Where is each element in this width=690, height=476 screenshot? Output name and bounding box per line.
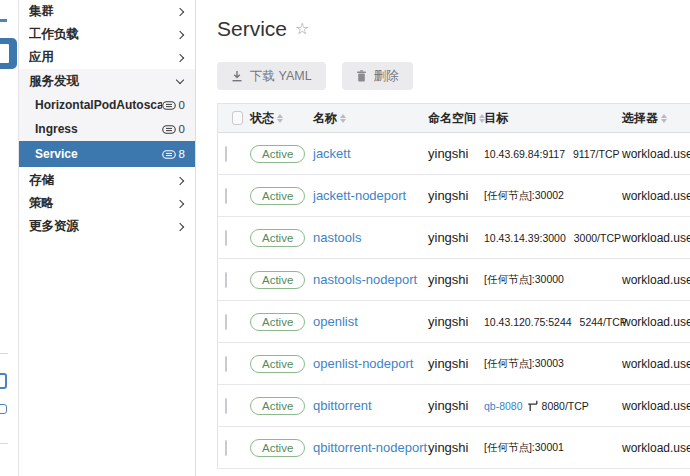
column-header-label: 名称 xyxy=(313,110,337,127)
namespace-cell: yingshi xyxy=(421,314,477,329)
service-name-link[interactable]: openlist xyxy=(313,314,358,329)
target-address: 10.43.69.84:9117 xyxy=(484,148,565,160)
rail-partial-icon-2[interactable] xyxy=(0,404,7,414)
row-checkbox[interactable] xyxy=(225,398,227,414)
delete-button[interactable]: 删除 xyxy=(342,62,413,90)
service-name-link[interactable]: nastools xyxy=(313,230,361,245)
table-row: Active nastools-nodeport yingshi [任何节点]:… xyxy=(218,259,690,301)
sidebar-item-policy[interactable]: 策略 xyxy=(19,192,195,215)
row-checkbox[interactable] xyxy=(225,314,227,330)
namespace-cell: yingshi xyxy=(421,230,477,245)
service-name-link[interactable]: jackett xyxy=(313,146,351,161)
resource-count: 8 xyxy=(162,148,185,160)
status-badge: Active xyxy=(250,229,305,247)
target-cell: [任何节点]:30001 xyxy=(477,441,615,455)
sidebar-item-label: 服务发现 xyxy=(29,73,177,90)
column-header-name[interactable]: 名称 xyxy=(306,110,421,127)
sidebar-item-label: 存储 xyxy=(29,172,177,189)
service-name-link[interactable]: nastools-nodeport xyxy=(313,272,417,287)
sidebar-item-horizontalpodautoscaler[interactable]: HorizontalPodAutoscaler 0 xyxy=(19,93,195,117)
sidebar-group-service-discovery: 服务发现 HorizontalPodAutoscaler 0 Ingress 0… xyxy=(19,69,195,167)
sidebar-item-apps[interactable]: 应用 xyxy=(19,46,195,69)
chevron-right-icon xyxy=(176,53,184,61)
selector-cell: workload.user.ca xyxy=(615,357,690,371)
row-checkbox[interactable] xyxy=(225,146,227,162)
target-port: 3000/TCP xyxy=(574,232,621,244)
target-cell: 10.43.14.39:3000 3000/TCP xyxy=(477,232,615,244)
table-header-row: 状态 名称 命名空间 目标 选择器 xyxy=(218,103,690,133)
table-row: Active jackett yingshi 10.43.69.84:9117 … xyxy=(218,133,690,175)
port-link-icon xyxy=(527,400,538,412)
resource-count-value: 0 xyxy=(179,99,185,111)
sidebar-item-label: Service xyxy=(35,147,162,161)
column-header-label: 选择器 xyxy=(622,110,658,127)
resource-count-value: 0 xyxy=(179,123,185,135)
target-address: [任何节点]:30000 xyxy=(484,273,564,287)
status-badge: Active xyxy=(250,313,305,331)
sidebar: 集群 工作负载 应用 服务发现 HorizontalPodAutoscaler … xyxy=(19,0,196,476)
sidebar-item-more-resources[interactable]: 更多资源 xyxy=(19,215,195,238)
row-checkbox[interactable] xyxy=(225,356,227,372)
rail-active-cluster-icon[interactable] xyxy=(0,38,17,69)
target-port-link[interactable]: qb-8080 xyxy=(484,400,523,412)
select-all-checkbox[interactable] xyxy=(232,111,243,125)
sidebar-item-cluster[interactable]: 集群 xyxy=(19,0,195,23)
target-cell: [任何节点]:30002 xyxy=(477,189,615,203)
column-header-namespace[interactable]: 命名空间 xyxy=(421,110,477,127)
target-address: 10.43.120.75:5244 xyxy=(484,316,572,328)
column-header-label: 状态 xyxy=(250,110,274,127)
sidebar-item-service[interactable]: Service 8 xyxy=(19,141,195,167)
sidebar-item-label: 策略 xyxy=(29,195,177,212)
delete-label: 删除 xyxy=(374,68,399,85)
sidebar-item-label: 应用 xyxy=(29,49,177,66)
chevron-right-icon xyxy=(176,7,184,15)
service-name-link[interactable]: qbittorrent xyxy=(313,398,372,413)
download-yaml-button[interactable]: 下载 YAML xyxy=(217,62,326,90)
column-header-selector[interactable]: 选择器 xyxy=(615,110,690,127)
sidebar-item-label: Ingress xyxy=(35,122,162,136)
status-badge: Active xyxy=(250,145,305,163)
service-name-link[interactable]: jackett-nodeport xyxy=(313,188,406,203)
counter-pill-icon xyxy=(162,125,176,134)
table-row: Active openlist-nodeport yingshi [任何节点]:… xyxy=(218,343,690,385)
target-address: [任何节点]:30001 xyxy=(484,441,564,455)
selector-cell: workload.user.ca xyxy=(615,273,690,287)
target-cell: 10.43.120.75:5244 5244/TCP xyxy=(477,316,615,328)
column-header-target[interactable]: 目标 xyxy=(477,110,615,127)
app-window: 集群 工作负载 应用 服务发现 HorizontalPodAutoscaler … xyxy=(0,0,690,476)
favorite-star-icon[interactable]: ☆ xyxy=(295,21,309,37)
row-checkbox[interactable] xyxy=(225,188,227,204)
row-checkbox[interactable] xyxy=(225,440,227,456)
main-content: Service ☆ 下载 YAML 删除 xyxy=(196,0,690,476)
service-name-link[interactable]: qbittorrent-nodeport xyxy=(313,440,427,455)
chevron-down-icon xyxy=(176,75,184,83)
column-header-label: 目标 xyxy=(484,110,508,127)
row-checkbox[interactable] xyxy=(225,272,227,288)
target-port: 8080/TCP xyxy=(542,400,589,412)
target-address: [任何节点]:30003 xyxy=(484,357,564,371)
sidebar-item-storage[interactable]: 存储 xyxy=(19,169,195,192)
trash-icon xyxy=(356,70,367,82)
rail-divider xyxy=(0,353,8,354)
sidebar-item-ingress[interactable]: Ingress 0 xyxy=(19,117,195,141)
selector-cell: workload.user.ca xyxy=(615,147,690,161)
rail-accent-dash xyxy=(0,19,7,22)
status-badge: Active xyxy=(250,355,305,373)
selector-cell: workload.user.ca xyxy=(615,315,690,329)
toolbar: 下载 YAML 删除 xyxy=(217,62,690,90)
column-header-status[interactable]: 状态 xyxy=(243,110,306,127)
row-checkbox[interactable] xyxy=(225,230,227,246)
sidebar-item-workloads[interactable]: 工作负载 xyxy=(19,23,195,46)
services-table: 状态 名称 命名空间 目标 选择器 xyxy=(217,103,690,469)
resource-count: 0 xyxy=(162,99,185,111)
sort-icon xyxy=(340,114,346,123)
resource-count-value: 8 xyxy=(179,148,185,160)
rail-partial-icon-1[interactable] xyxy=(0,373,7,389)
sidebar-item-label: 更多资源 xyxy=(29,218,177,235)
chevron-right-icon xyxy=(176,30,184,38)
sidebar-item-label: 工作负载 xyxy=(29,26,177,43)
sidebar-item-service-discovery[interactable]: 服务发现 xyxy=(19,69,195,93)
service-name-link[interactable]: openlist-nodeport xyxy=(313,356,413,371)
sort-icon xyxy=(277,114,283,123)
status-badge: Active xyxy=(250,397,305,415)
